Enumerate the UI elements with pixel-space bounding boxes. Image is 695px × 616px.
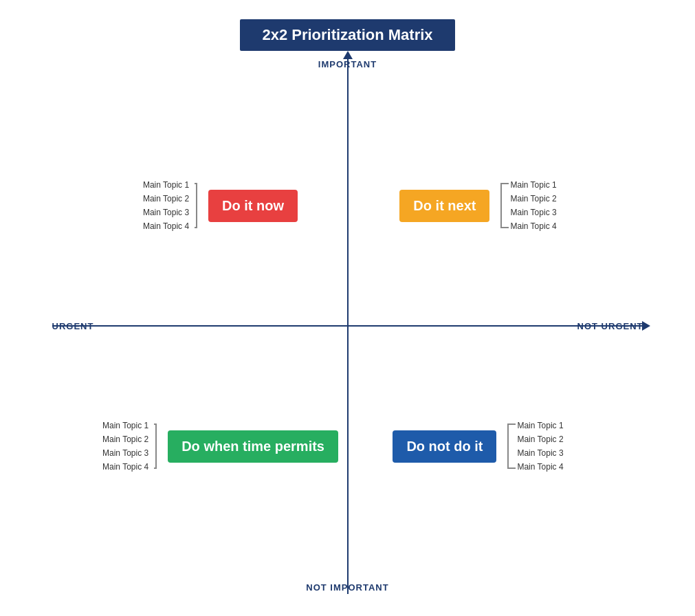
topic-item: Main Topic 1 — [143, 180, 189, 190]
label-important: IMPORTANT — [318, 59, 377, 69]
topic-item: Main Topic 4 — [143, 221, 189, 231]
action-badge-top-right: Do it next — [399, 190, 489, 222]
topics-group-top-right: .topics-group-right::before { content: '… — [500, 180, 556, 231]
topics-group-bottom-left: Main Topic 1 Main Topic 2 Main Topic 3 M… — [102, 421, 157, 472]
quadrant-bottom-right-inner: Do not do it Main Topic 1 Main Topic 2 M… — [393, 421, 563, 472]
quadrant-top-right: Do it next .topics-group-right::before {… — [355, 99, 602, 312]
topic-item: Main Topic 4 — [517, 462, 563, 472]
topic-item: Main Topic 2 — [102, 434, 148, 444]
label-urgent: URGENT — [52, 321, 94, 331]
page-title: 2x2 Prioritization Matrix — [240, 19, 454, 51]
quadrant-top-left-inner: Main Topic 1 Main Topic 2 Main Topic 3 M… — [143, 180, 298, 231]
quadrant-bottom-right: Do not do it Main Topic 1 Main Topic 2 M… — [355, 340, 602, 553]
action-badge-bottom-right: Do not do it — [393, 430, 496, 463]
topic-item: Main Topic 1 — [102, 421, 148, 430]
topic-item: Main Topic 1 — [517, 421, 563, 430]
topic-item: Main Topic 3 — [102, 448, 148, 458]
topic-item: Main Topic 2 — [143, 194, 189, 204]
topic-item: Main Topic 1 — [510, 180, 556, 190]
action-badge-top-left: Do it now — [208, 190, 298, 222]
topic-item: Main Topic 4 — [510, 221, 556, 231]
topic-item: Main Topic 4 — [102, 462, 148, 472]
vertical-axis-arrow — [343, 51, 353, 59]
quadrant-top-right-inner: Do it next .topics-group-right::before {… — [399, 180, 556, 231]
label-not-urgent: NOT URGENT — [577, 321, 643, 331]
action-badge-bottom-left: Do when time permits — [168, 430, 338, 463]
quadrant-bottom-left-inner: Main Topic 1 Main Topic 2 Main Topic 3 M… — [102, 421, 338, 472]
matrix-container: IMPORTANT NOT IMPORTANT URGENT NOT URGEN… — [52, 58, 643, 594]
topic-item: Main Topic 2 — [517, 434, 563, 444]
topics-group-top-left: Main Topic 1 Main Topic 2 Main Topic 3 M… — [143, 180, 197, 231]
topic-item: Main Topic 2 — [510, 194, 556, 204]
label-not-important: NOT IMPORTANT — [306, 582, 388, 593]
quadrant-bottom-left: Main Topic 1 Main Topic 2 Main Topic 3 M… — [93, 340, 348, 553]
topic-item: Main Topic 3 — [510, 208, 556, 217]
topics-group-bottom-right: Main Topic 1 Main Topic 2 Main Topic 3 M… — [507, 421, 563, 472]
topic-item: Main Topic 3 — [143, 208, 189, 217]
quadrant-top-left: Main Topic 1 Main Topic 2 Main Topic 3 M… — [93, 99, 348, 312]
topic-item: Main Topic 3 — [517, 448, 563, 458]
